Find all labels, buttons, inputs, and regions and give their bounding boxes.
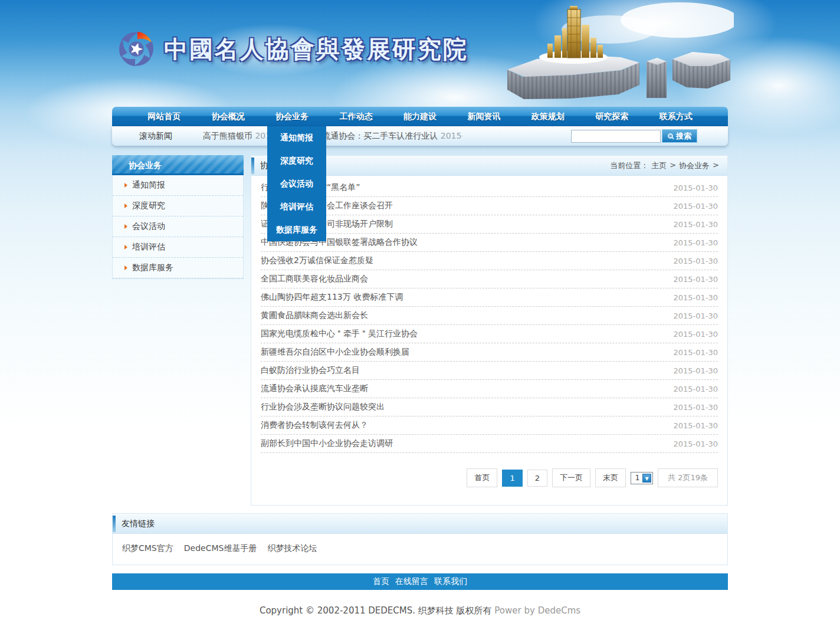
article-link[interactable]: 消费者协会转制该何去何从？: [261, 420, 368, 431]
article-link[interactable]: 白蚁防治行业协会巧立名目: [261, 365, 360, 376]
nav-item-business[interactable]: 协会业务: [260, 107, 324, 126]
sidebar-item-label: 深度研究: [132, 201, 165, 211]
article-row: 陕西省民营企业商会工作座谈会召开2015-01-30: [261, 197, 718, 215]
article-link[interactable]: 新疆维吾尔自治区中小企业协会顺利换届: [261, 347, 409, 357]
breadcrumb-category-link[interactable]: 协会业务: [679, 160, 710, 171]
main-nav: 网站首页 协会概况 协会业务 工作动态 能力建设 新闻资讯 政策规划 研究探索 …: [112, 107, 728, 126]
page-select[interactable]: 1 ▼: [631, 472, 653, 484]
news-ticker: 高于熊猫银币 2015-01-30 汽车流通协会：买二手车认准行业认 2015-…: [203, 131, 462, 142]
article-date: 2015-01-30: [673, 238, 718, 247]
article-link[interactable]: 全国工商联美容化妆品业商会: [261, 274, 368, 284]
pagination-next[interactable]: 下一页: [552, 468, 590, 487]
breadcrumb-separator: >: [670, 160, 676, 171]
ticker-link[interactable]: 高于熊猫银币: [203, 131, 255, 140]
powered-by-text: Power by DedeCms: [494, 605, 580, 616]
article-link[interactable]: 黄圃食品腊味商会选出新会长: [261, 310, 368, 321]
article-row: 行业协会涉及垄断协议问题较突出2015-01-30: [261, 398, 718, 416]
copyright-text: Copyright © 2002-2011 DEDECMS. 织梦科技 版权所有: [260, 605, 494, 616]
search-input[interactable]: [571, 130, 661, 143]
article-date: 2015-01-30: [673, 257, 718, 265]
footer-link-home[interactable]: 首页: [373, 576, 389, 587]
sidebar-item-label: 会议活动: [132, 221, 165, 232]
pagination-page-1[interactable]: 1: [502, 470, 522, 487]
article-date: 2015-01-30: [673, 275, 718, 284]
article-row: 新疆维吾尔自治区中小企业协会顺利换届2015-01-30: [261, 343, 718, 362]
article-date: 2015-01-30: [673, 220, 718, 229]
sidebar-item-research[interactable]: 深度研究: [113, 196, 243, 216]
nav-item-capacity[interactable]: 能力建设: [388, 107, 452, 126]
sidebar-item-training[interactable]: 培训评估: [113, 237, 243, 258]
article-link[interactable]: 佛山陶协四年超支113万 收费标准下调: [261, 292, 403, 303]
article-date: 2015-01-30: [673, 439, 718, 448]
article-link[interactable]: 国家光电缆质检中心＂牵手＂吴江行业协会: [261, 329, 418, 339]
article-date: 2015-01-30: [673, 183, 718, 192]
panel-accent-bar: [251, 158, 254, 174]
sidebar-item-label: 通知简报: [132, 180, 165, 191]
nav-item-news[interactable]: 新闻资讯: [452, 107, 516, 126]
dropdown-item-training[interactable]: 培训评估: [267, 195, 326, 218]
pagination-last[interactable]: 末页: [595, 468, 626, 487]
pagination-info: 共 2页19条: [658, 468, 718, 487]
sidebar-item-label: 培训评估: [132, 242, 165, 252]
breadcrumb-separator: >: [713, 160, 719, 171]
article-date: 2015-01-30: [673, 202, 718, 211]
dropdown-item-meetings[interactable]: 会议活动: [267, 172, 326, 195]
sidebar-item-notices[interactable]: 通知简报: [113, 175, 243, 196]
nav-item-research[interactable]: 研究探索: [580, 107, 644, 126]
article-row: 国家光电缆质检中心＂牵手＂吴江行业协会2015-01-30: [261, 325, 718, 343]
pagination-page-2[interactable]: 2: [527, 470, 547, 487]
sidebar-item-database[interactable]: 数据库服务: [113, 258, 243, 278]
arrow-right-icon: [124, 204, 127, 208]
nav-item-work[interactable]: 工作动态: [324, 107, 388, 126]
article-link[interactable]: 流通协会承认摸底汽车业垄断: [261, 383, 368, 394]
dropdown-item-research[interactable]: 深度研究: [267, 149, 326, 172]
sidebar-item-meetings[interactable]: 会议活动: [113, 216, 243, 237]
article-row: 证监会取消证券公司非现场开户限制2015-01-30: [261, 215, 718, 234]
article-row: 全国工商联美容化妆品业商会2015-01-30: [261, 270, 718, 288]
article-list: 行业协会率先公布“黑名单”2015-01-30 陕西省民营企业商会工作座谈会召开…: [261, 179, 718, 453]
nav-item-about[interactable]: 协会概况: [196, 107, 260, 126]
article-row: 佛山陶协四年超支113万 收费标准下调2015-01-30: [261, 288, 718, 307]
sidebar-title: 协会业务: [112, 155, 244, 175]
news-label: 滚动新闻: [139, 131, 172, 142]
friend-link-dedecms-official[interactable]: 织梦CMS官方: [122, 543, 173, 554]
footer-link-message[interactable]: 在线留言: [395, 576, 428, 587]
panel-accent-bar: [113, 516, 116, 532]
article-row: 中国快递协会与中国银联签署战略合作协议2015-01-30: [261, 234, 718, 252]
breadcrumb-prefix: 当前位置：: [610, 160, 648, 171]
article-date: 2015-01-30: [673, 366, 718, 375]
article-date: 2015-01-30: [673, 385, 718, 393]
article-link[interactable]: 行业协会涉及垄断协议问题较突出: [261, 402, 385, 412]
copyright-line: Copyright © 2002-2011 DEDECMS. 织梦科技 版权所有…: [112, 605, 728, 616]
friend-link-dedecms-wiki[interactable]: DedeCMS维基手册: [184, 543, 257, 554]
search-button-label: 搜索: [676, 131, 691, 142]
breadcrumb-home-link[interactable]: 主页: [651, 160, 667, 171]
nav-item-contact[interactable]: 联系方式: [644, 107, 708, 126]
search-button[interactable]: 搜索: [662, 129, 697, 143]
pagination: 首页 1 2 下一页 末页 1 ▼ 共 2页19条: [261, 468, 718, 487]
search-box: 搜索: [571, 129, 697, 143]
arrow-right-icon: [124, 224, 127, 229]
pagination-first[interactable]: 首页: [467, 468, 497, 487]
article-row: 协会强收2万诚信保证金惹质疑2015-01-30: [261, 252, 718, 270]
arrow-right-icon: [124, 183, 127, 188]
article-row: 副部长到中国中小企业协会走访调研2015-01-30: [261, 435, 718, 453]
article-link[interactable]: 副部长到中国中小企业协会走访调研: [261, 438, 393, 449]
article-date: 2015-01-30: [673, 330, 718, 339]
dropdown-item-database[interactable]: 数据库服务: [267, 218, 326, 241]
article-date: 2015-01-30: [673, 293, 718, 302]
arrow-right-icon: [124, 245, 127, 250]
nav-wrapper: 网站首页 协会概况 协会业务 工作动态 能力建设 新闻资讯 政策规划 研究探索 …: [112, 107, 728, 146]
article-link[interactable]: 协会强收2万诚信保证金惹质疑: [261, 255, 373, 266]
nav-item-policy[interactable]: 政策规划: [516, 107, 580, 126]
dropdown-item-notices[interactable]: 通知简报: [267, 126, 326, 149]
article-row: 消费者协会转制该何去何从？2015-01-30: [261, 416, 718, 435]
footer-link-contact[interactable]: 联系我们: [434, 576, 467, 587]
nav-item-home[interactable]: 网站首页: [132, 107, 196, 126]
chevron-down-icon: ▼: [642, 474, 651, 483]
friend-link-dedecms-forum[interactable]: 织梦技术论坛: [267, 543, 317, 554]
article-date: 2015-01-30: [673, 421, 718, 430]
search-icon: [668, 133, 673, 139]
site-logo-icon: [116, 28, 157, 70]
news-ticker-bar: 滚动新闻 高于熊猫银币 2015-01-30 汽车流通协会：买二手车认准行业认 …: [112, 126, 728, 146]
